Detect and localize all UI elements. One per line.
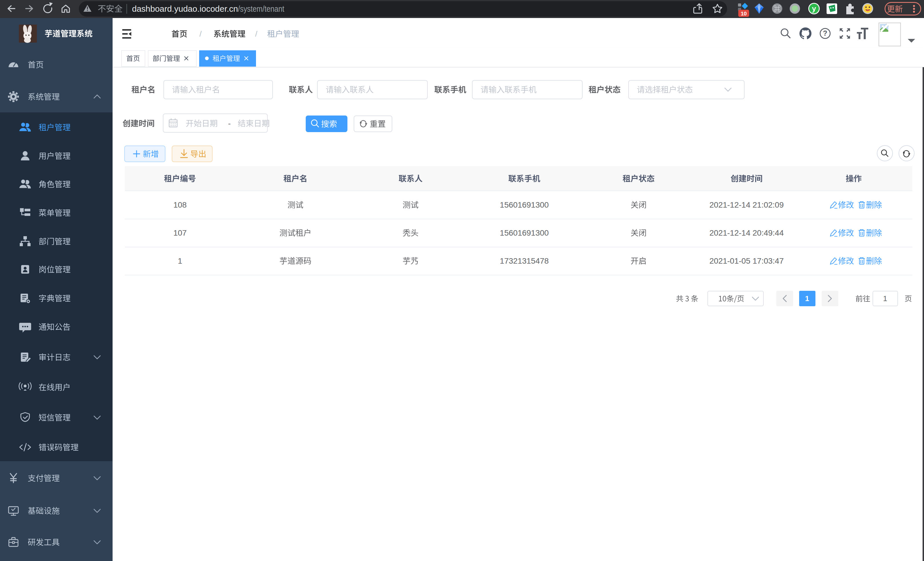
svg-text:108: 108 xyxy=(173,200,187,209)
svg-text:1: 1 xyxy=(883,294,887,303)
svg-text:y: y xyxy=(812,4,816,13)
svg-text:1: 1 xyxy=(178,256,182,265)
svg-text:15601691300: 15601691300 xyxy=(500,200,549,209)
svg-text:2021-12-14 21:02:09: 2021-12-14 21:02:09 xyxy=(710,200,784,209)
svg-text:/: / xyxy=(200,29,202,38)
svg-text:/: / xyxy=(255,29,257,38)
svg-text:10: 10 xyxy=(741,11,747,17)
svg-text:dashboard.yudao.iocoder.cn: dashboard.yudao.iocoder.cn xyxy=(132,4,238,14)
svg-text:107: 107 xyxy=(173,229,187,237)
svg-text:2021-12-14 20:49:44: 2021-12-14 20:49:44 xyxy=(710,229,784,237)
svg-text:17321315478: 17321315478 xyxy=(500,256,549,265)
svg-text:1: 1 xyxy=(805,294,809,303)
svg-text:2021-01-05 17:03:47: 2021-01-05 17:03:47 xyxy=(710,256,784,265)
svg-text:15601691300: 15601691300 xyxy=(500,229,549,237)
svg-text:/system/tenant: /system/tenant xyxy=(238,4,284,14)
svg-text:?: ? xyxy=(823,29,827,37)
svg-text:-: - xyxy=(228,119,231,128)
